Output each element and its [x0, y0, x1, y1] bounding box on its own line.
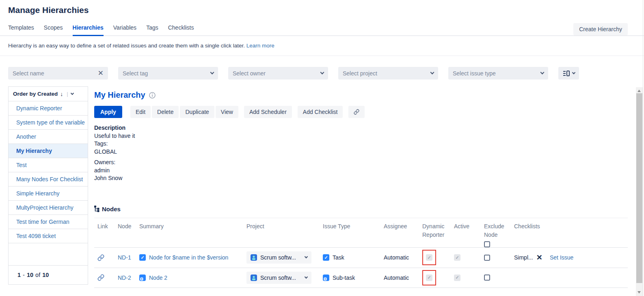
hierarchy-detail-panel: My Hierarchy Apply Edit Delete Duplicate…: [88, 86, 644, 288]
tab-hierarchies[interactable]: Hierarchies: [73, 24, 104, 36]
duplicate-button[interactable]: Duplicate: [180, 106, 214, 118]
set-issue-link[interactable]: Set Issue: [550, 254, 573, 261]
create-hierarchy-button[interactable]: Create Hierarchy: [573, 23, 628, 35]
scroll-down-icon[interactable]: [638, 291, 641, 294]
project-avatar: [251, 275, 257, 281]
col-link: Link: [97, 222, 118, 231]
col-node: Node: [118, 222, 139, 231]
scroll-up-icon[interactable]: [638, 90, 641, 92]
assignee-value: Automatic: [384, 254, 409, 261]
description-block: Description Useful to have it Tags: GLOB…: [94, 124, 628, 182]
add-checklist-button[interactable]: Add Checklist: [298, 106, 343, 118]
node-summary-link[interactable]: Node 2: [149, 275, 167, 281]
sidebar-item-test-time-german[interactable]: Test time for German: [9, 215, 88, 229]
issue-type-value: Sub-task: [333, 275, 355, 281]
owner-item: John Snow: [94, 174, 628, 182]
hierarchy-tree-icon: [94, 206, 100, 212]
sidebar-item-dynamic-reporter[interactable]: Dynamic Reporter: [9, 101, 88, 116]
node-key-link[interactable]: ND-2: [118, 275, 131, 281]
select-owner-filter[interactable]: Select owner: [228, 67, 328, 79]
scrollbar-thumb[interactable]: [636, 93, 642, 283]
owner-item: admin: [94, 167, 628, 175]
assignee-value: Automatic: [384, 275, 409, 281]
checklist-name: Simpl...: [514, 254, 533, 261]
node-summary-link[interactable]: Node for $name in the $version: [149, 254, 228, 261]
chevron-down-icon: [320, 71, 324, 75]
order-by-control[interactable]: Order by Created ↓ |: [9, 86, 88, 101]
exclude-node-checkbox[interactable]: [484, 275, 490, 281]
manage-hierarchies-page: Manage Hierarchies Create Hierarchy Temp…: [0, 0, 644, 296]
search-name-input[interactable]: [13, 70, 98, 77]
sidebar-item-test-4098[interactable]: Test 4098 ticket: [9, 229, 88, 243]
content-area: Order by Created ↓ | Dynamic Reporter Sy…: [0, 86, 644, 288]
exclude-all-checkbox[interactable]: [484, 241, 490, 247]
chevron-down-icon[interactable]: [71, 91, 74, 94]
owners-label: Owners:: [94, 159, 628, 167]
node-key-link[interactable]: ND-1: [118, 254, 131, 261]
view-button[interactable]: View: [216, 106, 238, 118]
tab-bar: Templates Scopes Hierarchies Variables T…: [0, 24, 644, 36]
select-project-filter[interactable]: Select project: [338, 67, 438, 79]
select-tag-filter[interactable]: Select tag: [118, 67, 218, 79]
tab-tags[interactable]: Tags: [146, 24, 158, 35]
hierarchy-list-sidebar: Order by Created ↓ | Dynamic Reporter Sy…: [8, 86, 88, 285]
sidebar-item-another[interactable]: Another: [9, 130, 88, 144]
project-select[interactable]: Scrum softw...: [246, 251, 311, 264]
sidebar-item-simple-hierarchy[interactable]: Simple Hierarchy: [9, 187, 88, 201]
select-issue-type-filter[interactable]: Select issue type: [448, 67, 548, 79]
chevron-down-icon: [430, 71, 434, 75]
active-checkbox[interactable]: ✓: [454, 254, 460, 261]
edit-button[interactable]: Edit: [130, 106, 151, 118]
tags-label: Tags:: [94, 140, 628, 148]
delete-button[interactable]: Delete: [152, 106, 179, 118]
apply-button[interactable]: Apply: [94, 106, 122, 118]
tab-templates[interactable]: Templates: [8, 24, 34, 35]
description-label: Description: [94, 124, 628, 132]
active-checkbox[interactable]: ✓: [454, 275, 460, 281]
select-name-filter[interactable]: ✕: [8, 67, 108, 79]
sidebar-item-multyproject[interactable]: MultyProject Hierarchy: [9, 201, 88, 215]
tab-scopes[interactable]: Scopes: [44, 24, 63, 35]
chevron-down-icon: [305, 275, 308, 278]
annotation-red-box: ✓: [422, 250, 436, 265]
col-active: Active: [454, 222, 484, 231]
tags-value: GLOBAL: [94, 148, 628, 156]
vertical-scrollbar[interactable]: [636, 87, 643, 296]
col-exclude-node: Exclude Node: [484, 222, 514, 247]
clear-icon[interactable]: ✕: [98, 70, 104, 77]
info-icon[interactable]: [149, 92, 156, 99]
remove-checklist-icon[interactable]: ✕: [536, 254, 542, 261]
col-checklists: Checklists: [514, 222, 550, 231]
dynamic-reporter-checkbox[interactable]: ✓: [426, 275, 432, 281]
hierarchy-toolbar: Apply Edit Delete Duplicate View Add Sch…: [94, 106, 628, 118]
task-icon: ✓: [323, 254, 329, 261]
window-edge: [643, 0, 643, 296]
chevron-down-icon: [540, 71, 545, 75]
hierarchy-title: My Hierarchy: [94, 90, 145, 100]
sidebar-item-system-type[interactable]: System type of the variable: [9, 116, 88, 130]
link-icon[interactable]: [97, 274, 104, 281]
sidebar-item-test[interactable]: Test: [9, 158, 88, 172]
table-row-nd2: ND-2 Node 2: [94, 268, 628, 288]
table-row-nd1: ND-1 ✓ Node for $name in the $version Sc…: [94, 247, 628, 268]
copy-link-button[interactable]: [348, 106, 365, 118]
view-mode-button[interactable]: [558, 67, 579, 79]
add-scheduler-button[interactable]: Add Scheduler: [244, 106, 292, 118]
nodes-section-title: Nodes: [102, 206, 121, 212]
sort-direction-icon[interactable]: ↓: [60, 91, 63, 97]
link-icon: [354, 109, 359, 115]
project-select[interactable]: Scrum softw...: [246, 272, 311, 284]
learn-more-link[interactable]: Learn more: [246, 43, 274, 49]
annotation-red-box: ✓: [422, 270, 436, 285]
link-icon[interactable]: [97, 254, 104, 261]
col-issue-type: Issue Type: [323, 222, 384, 231]
sidebar-item-many-nodes[interactable]: Many Nodes For Checklist: [9, 172, 88, 187]
sidebar-item-my-hierarchy[interactable]: My Hierarchy: [9, 144, 88, 158]
project-avatar: [251, 254, 257, 261]
exclude-node-checkbox[interactable]: [484, 255, 490, 261]
subtask-icon: [139, 275, 146, 281]
detail-view-icon: [563, 70, 570, 77]
dynamic-reporter-checkbox[interactable]: ✓: [426, 254, 432, 261]
tab-variables[interactable]: Variables: [113, 24, 136, 35]
tab-checklists[interactable]: Checklists: [168, 24, 194, 35]
